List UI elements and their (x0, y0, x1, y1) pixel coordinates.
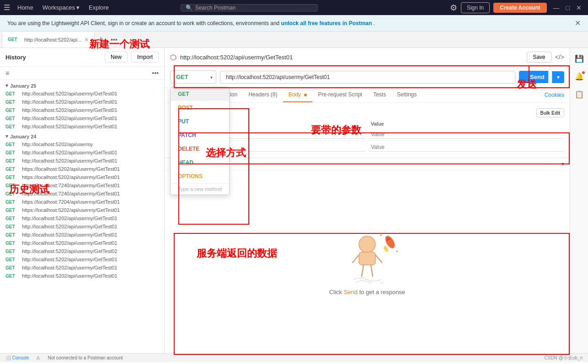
svg-line-2 (353, 255, 359, 263)
import-button[interactable]: Import (131, 52, 159, 63)
code-button[interactable]: </> (555, 53, 564, 61)
bulk-edit-button[interactable]: Bulk Edit (536, 108, 564, 117)
list-item[interactable]: GEThttp://localhost:5202/api/usermy/GetT… (0, 106, 164, 114)
list-item[interactable]: GEThttp://localhost:5202/api/usermy/GetT… (0, 255, 164, 264)
history-group-label[interactable]: ▾ January 24 (5, 133, 159, 139)
list-item[interactable]: GEThttp://localhost:5202/api/usermy/GetT… (0, 214, 164, 222)
create-account-button[interactable]: Create Account (493, 3, 546, 13)
method-option-get[interactable]: GET (171, 87, 229, 101)
titlebar: ☰ Home Workspaces ▾ Explore 🔍 Search Pos… (0, 0, 588, 15)
right-sidebar: 💾 🔔 📋 (570, 48, 588, 353)
headers-badge: (8) (271, 91, 278, 98)
method-badge: GET (5, 167, 19, 172)
menu-icon[interactable]: ☰ (4, 3, 10, 12)
settings-icon[interactable]: ⚙ (450, 3, 457, 13)
minimize-button[interactable]: — (551, 3, 562, 12)
method-option-post[interactable]: POST (171, 101, 229, 115)
history-url: http://localhost:5202/api/usermy/GetTest… (22, 257, 118, 262)
list-item[interactable]: GEThttp://localhost:5202/api/usermy/GetT… (0, 114, 164, 122)
history-url: http://localhost:5202/api/usermy/GetTest… (22, 158, 118, 164)
list-item[interactable]: GEThttp://localhost:5202/api/usermy (0, 140, 164, 148)
history-group-label[interactable]: ▾ January 25 (5, 83, 159, 89)
statusbar: ⬜ Console ⚠ Not connected to a Postman a… (0, 353, 588, 362)
request-title: http://localhost:5202/api/usermy/GetTest… (180, 54, 293, 61)
tab-headers[interactable]: Headers (8) (243, 88, 283, 102)
list-item[interactable]: GEThttp://localhost:5202/api/usermy/GetT… (0, 157, 164, 165)
params-value-input[interactable] (369, 143, 564, 152)
signin-button[interactable]: Sign In (461, 2, 490, 13)
tab-body[interactable]: Body (283, 88, 313, 102)
list-item[interactable]: GEThttp://localhost:5202/api/usermy/GetT… (0, 239, 164, 247)
list-item[interactable]: GEThttp://localhost:5202/api/usermy/GetT… (0, 98, 164, 106)
list-item[interactable]: GEThttps://localhost:7240/api/usermy/Get… (0, 181, 164, 190)
list-item[interactable]: GEThttps://localhost:7240/api/usermy/Get… (0, 190, 164, 198)
url-input[interactable] (220, 71, 515, 84)
tab-tests[interactable]: Tests (368, 88, 391, 102)
method-option-delete[interactable]: DELETE (171, 142, 229, 156)
add-tab-button[interactable]: + (95, 35, 107, 44)
nav-explore[interactable]: Explore (85, 2, 112, 13)
cookies-button[interactable]: Cookies (545, 88, 564, 102)
list-item[interactable]: GEThttp://localhost:5202/api/usermy/GetT… (0, 122, 164, 131)
list-item[interactable]: GEThttp://localhost:5202/api/usermy/GetT… (0, 148, 164, 157)
list-item[interactable]: GEThttp://localhost:5202/api/usermy/GetT… (0, 231, 164, 239)
window-controls: — □ ✕ (551, 3, 584, 12)
list-item[interactable]: GEThttps://localhost:5202/api/usermy/Get… (0, 173, 164, 181)
notification-icon[interactable]: 🔔 (572, 69, 587, 84)
close-button[interactable]: ✕ (573, 3, 584, 12)
tab-close-icon[interactable]: ✕ (84, 37, 89, 43)
new-method-input[interactable]: Type a new method (171, 183, 229, 195)
svg-line-5 (371, 265, 373, 276)
list-item[interactable]: GEThttps://localhost:7204/api/usermy/Get… (0, 198, 164, 206)
method-option-head[interactable]: HEAD (171, 156, 229, 169)
history-group-jan24: ▾ January 24 (0, 131, 164, 140)
new-button[interactable]: New (105, 52, 128, 63)
sidebar-more-icon[interactable]: ••• (152, 69, 159, 77)
history-url: http://localhost:5202/api/usermy (22, 142, 93, 147)
list-item[interactable]: GEThttp://localhost:5202/api/usermy/GetT… (0, 247, 164, 255)
save-button[interactable]: Save (527, 52, 551, 63)
list-item[interactable]: GEThttp://localhost:5202/api/usermy/GetT… (0, 272, 164, 280)
console-link[interactable]: ⬜ Console (5, 355, 29, 360)
banner-close-icon[interactable]: ✕ (575, 19, 581, 27)
method-badge: GET (5, 249, 19, 254)
history-group-jan25: ▾ January 25 (0, 80, 164, 90)
method-select[interactable]: GET POST PUT PATCH DELETE HEAD OPTIONS (170, 70, 216, 84)
save-icon[interactable]: 💾 (572, 52, 587, 66)
request-tab[interactable]: GET http://localhost:5202/api... ✕ (2, 32, 95, 47)
list-item[interactable]: GEThttp://localhost:5202/api/usermy/GetT… (0, 222, 164, 231)
list-item[interactable]: GEThttps://localhost:5202/api/usermy/Get… (0, 165, 164, 173)
search-bar[interactable]: 🔍 Search Postman (181, 4, 318, 11)
response-cta: Click Send to get a response (329, 289, 405, 295)
banner-link[interactable]: unlock all free features in Postman (281, 20, 372, 26)
send-dropdown-button[interactable]: ▾ (552, 71, 564, 83)
info-banner: You are using the Lightweight API Client… (0, 15, 588, 32)
params-value-input[interactable] (369, 130, 564, 139)
response-body: Click Send to get a response (165, 170, 570, 353)
list-item[interactable]: GEThttps://localhost:5202/api/usermy/Get… (0, 206, 164, 214)
filter-icon[interactable]: ≡ (5, 69, 9, 77)
response-send-link[interactable]: Send (344, 289, 358, 295)
method-badge: GET (5, 183, 19, 188)
list-item[interactable]: GEThttp://localhost:5202/api/usermy/GetT… (0, 90, 164, 98)
tab-pre-request[interactable]: Pre-request Script (312, 88, 368, 102)
svg-point-8 (383, 245, 389, 252)
send-button[interactable]: Send (519, 71, 548, 83)
method-option-patch[interactable]: PATCH (171, 128, 229, 142)
method-dropdown: GET POST PUT PATCH DELETE HEAD OPTIONS T… (170, 87, 230, 195)
request-header: ⬡ http://localhost:5202/api/usermy/GetTe… (165, 48, 570, 67)
method-option-put[interactable]: PUT (171, 115, 229, 128)
method-badge: GET (5, 158, 19, 164)
nav-workspaces[interactable]: Workspaces ▾ (39, 2, 83, 13)
tab-settings[interactable]: Settings (391, 88, 422, 102)
nav-home[interactable]: Home (14, 2, 37, 13)
svg-point-10 (396, 250, 398, 252)
history-url: http://localhost:5202/api/usermy/GetTest… (22, 232, 118, 237)
more-tabs-button[interactable]: ••• (107, 36, 121, 43)
method-badge: GET (5, 124, 19, 129)
sidebar: History New Import ≡ ••• ▾ January 25 GE… (0, 48, 165, 353)
list-item[interactable]: GEThttp://localhost:5202/api/usermy/GetT… (0, 264, 164, 272)
maximize-button[interactable]: □ (563, 3, 572, 12)
clipboard-icon[interactable]: 📋 (572, 87, 587, 101)
method-option-options[interactable]: OPTIONS (171, 169, 229, 183)
